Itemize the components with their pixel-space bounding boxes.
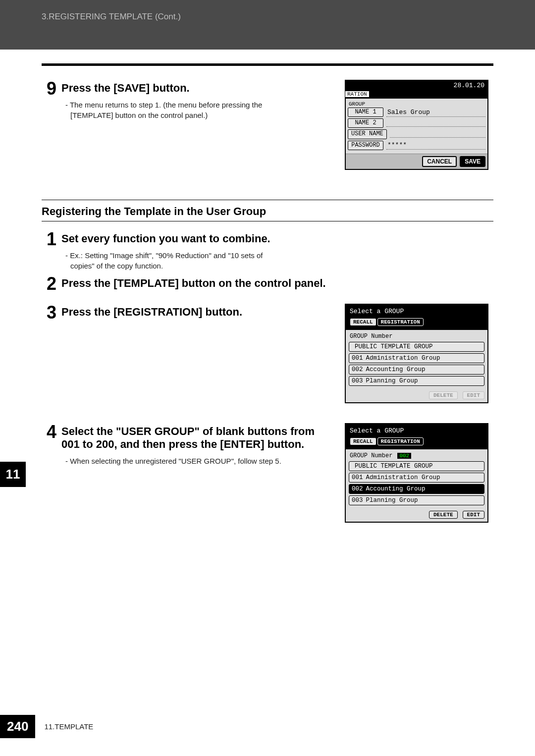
password-button[interactable]: PASSWORD — [348, 141, 383, 150]
registration-tab[interactable]: REGISTRATION — [377, 437, 424, 445]
group-item-003[interactable]: 003 Planning Group — [349, 495, 484, 505]
group-item-id: 003 — [352, 378, 363, 384]
group-item-001[interactable]: 001 Administration Group — [349, 473, 484, 483]
group-item-public[interactable]: PUBLIC TEMPLATE GROUP — [349, 461, 484, 471]
subsection-title: Registering the Template in the User Gro… — [42, 205, 493, 218]
screen-tab-ration[interactable]: RATION — [345, 91, 370, 98]
footer-chapter: 11.TEMPLATE — [44, 722, 93, 731]
step-1-title: Set every function you want to combine. — [61, 232, 493, 245]
cancel-button[interactable]: CANCEL — [422, 156, 457, 167]
select-group-screen-2: Select a GROUP RECALL REGISTRATION GROUP… — [345, 423, 488, 523]
registration-tab[interactable]: REGISTRATION — [377, 318, 424, 326]
step-number-4: 4 — [42, 423, 61, 441]
screen-section-head: GROUP — [348, 101, 485, 108]
step-4-title: Select the "USER GROUP" of blank buttons… — [61, 425, 335, 451]
step-9-note: - The menu returns to step 1. (the menu … — [61, 100, 279, 120]
group-item-label: Accounting Group — [366, 366, 426, 373]
group-item-label: Planning Group — [366, 497, 418, 504]
select-group-screen-1: Select a GROUP RECALL REGISTRATION GROUP… — [345, 304, 488, 403]
breadcrumb: 3.REGISTERING TEMPLATE (Cont.) — [42, 12, 181, 21]
recall-tab[interactable]: RECALL — [350, 437, 376, 445]
page-number: 240 — [0, 715, 35, 738]
section-divider-thick — [42, 63, 493, 66]
group-item-002[interactable]: 002 Accounting Group — [349, 365, 484, 375]
username-button[interactable]: USER NAME — [348, 129, 387, 139]
group-item-id: 002 — [352, 366, 363, 373]
username-value[interactable] — [390, 130, 485, 138]
group-number-label: GROUP Number — [350, 452, 392, 459]
recall-tab[interactable]: RECALL — [350, 318, 376, 326]
divider-thin-1 — [42, 200, 493, 200]
group-item-id: 003 — [352, 497, 363, 504]
step-number-9: 9 — [42, 80, 61, 98]
group-item-label: Planning Group — [366, 378, 418, 384]
group-item-label: PUBLIC TEMPLATE GROUP — [355, 343, 433, 350]
group-item-public[interactable]: PUBLIC TEMPLATE GROUP — [349, 342, 484, 352]
name2-button[interactable]: NAME 2 — [348, 118, 383, 128]
name2-value[interactable] — [386, 119, 485, 127]
screen-title-4: Select a GROUP — [350, 427, 483, 434]
group-item-id: 001 — [352, 355, 363, 362]
group-item-id: 001 — [352, 474, 363, 481]
save-button[interactable]: SAVE — [460, 156, 485, 167]
group-item-003[interactable]: 003 Planning Group — [349, 376, 484, 386]
edit-button[interactable]: EDIT — [463, 511, 484, 519]
step-4-note: - When selecting the unregistered "USER … — [61, 456, 284, 466]
delete-button[interactable]: DELETE — [429, 511, 458, 519]
screen-title-3: Select a GROUP — [350, 308, 483, 315]
divider-thin-2 — [42, 221, 493, 221]
save-group-screen: 28.01.20 RATION GROUP NAME 1 Sales Group… — [345, 80, 488, 170]
group-item-label: Accounting Group — [366, 486, 426, 492]
step-2-title: Press the [TEMPLATE] button on the contr… — [61, 277, 493, 290]
delete-button-disabled: DELETE — [429, 391, 458, 399]
step-9-title: Press the [SAVE] button. — [61, 82, 335, 95]
step-number-1: 1 — [42, 230, 61, 248]
password-value[interactable]: ***** — [386, 141, 485, 150]
chapter-side-tab: 11 — [0, 462, 26, 487]
group-item-label: PUBLIC TEMPLATE GROUP — [355, 463, 433, 470]
group-number-value[interactable]: 002 — [397, 453, 411, 459]
step-3-title: Press the [REGISTRATION] button. — [61, 306, 335, 319]
screen-date: 28.01.20 — [454, 82, 484, 89]
step-number-3: 3 — [42, 304, 61, 322]
group-item-001[interactable]: 001 Administration Group — [349, 353, 484, 363]
group-number-label: GROUP Number — [350, 333, 392, 340]
name1-value[interactable]: Sales Group — [386, 108, 485, 117]
step-1-note: - Ex.: Setting "Image shift", "90% Reduc… — [61, 250, 279, 271]
group-item-label: Administration Group — [366, 474, 440, 481]
group-item-id: 002 — [352, 486, 363, 492]
edit-button-disabled: EDIT — [463, 391, 484, 399]
step-number-2: 2 — [42, 275, 61, 293]
name1-button[interactable]: NAME 1 — [348, 108, 383, 117]
group-item-002-selected[interactable]: 002 Accounting Group — [349, 484, 484, 494]
group-item-label: Administration Group — [366, 355, 440, 362]
